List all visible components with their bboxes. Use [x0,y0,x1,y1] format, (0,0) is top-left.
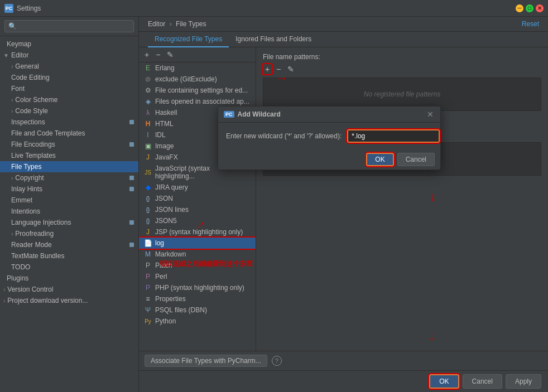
color-scheme-label: Color Scheme [15,96,57,104]
javafx-icon: J [143,153,152,161]
sidebar-item-code-style[interactable]: › Code Style [0,105,138,117]
sidebar-item-font[interactable]: Font [0,83,138,94]
file-item-jsp[interactable]: J JSP (syntax highlighting only) [139,226,256,238]
sidebar-item-file-code-templates[interactable]: File and Code Templates [0,128,138,139]
apply-button[interactable]: Apply [506,374,541,389]
sidebar: Keymap ▼ Editor › General Code Editing F… [0,17,139,392]
file-item-perl[interactable]: P Perl [139,271,256,282]
tab-ignored[interactable]: Ignored Files and Folders [229,32,318,47]
psql-icon: Ψ [143,306,152,314]
ok-button[interactable]: OK [429,374,459,389]
file-item-properties[interactable]: ≡ Properties [139,293,256,304]
search-box [0,17,138,36]
sidebar-item-live-templates[interactable]: Live Templates [0,150,138,161]
json-icon: {} [143,195,152,202]
sidebar-item-code-editing[interactable]: Code Editing [0,72,138,83]
sidebar-item-copyright[interactable]: › Copyright [0,172,138,183]
close-button[interactable]: ✕ [536,4,544,12]
modal-header: PC Add Wildcard ✕ [218,107,440,123]
file-item-markdown[interactable]: M Markdown [139,249,256,260]
plugins-label: Plugins [7,274,28,282]
modal-ok-button[interactable]: OK [366,153,393,166]
modal-close-button[interactable]: ✕ [426,110,435,119]
js-icon: JS [143,168,152,176]
properties-label: Properties [155,295,186,303]
sidebar-item-file-encodings[interactable]: File Encodings [0,139,138,150]
file-item-settings[interactable]: ⚙ File containing settings for ed... [139,85,256,96]
inlay-hints-indicator [129,187,134,191]
emmet-label: Emmet [11,196,32,204]
sidebar-item-inspections[interactable]: Inspections [0,117,138,128]
title-bar: PC Settings ─ □ ✕ [0,0,548,17]
file-item-json[interactable]: {} JSON [139,193,256,204]
file-item-python[interactable]: Py Python [139,316,256,327]
file-item-json-lines[interactable]: {} JSON lines [139,204,256,215]
sidebar-item-language-injections[interactable]: Language Injections [0,217,138,228]
sidebar-item-color-scheme[interactable]: › Color Scheme [0,94,138,105]
file-item-psql[interactable]: Ψ PSQL files (DBN) [139,304,256,316]
edit-file-type-button[interactable]: ✎ [165,50,176,60]
javafx-label: JavaFX [155,153,178,161]
copyright-indicator [129,176,134,180]
file-item-assoc[interactable]: ◈ Files opened in associated ap... [139,96,256,107]
modal-footer: OK Cancel [218,149,440,170]
remove-pattern-button[interactable]: − [274,64,283,74]
sidebar-item-plugins[interactable]: Plugins [0,273,138,284]
todo-label: TODO [11,263,30,271]
file-item-log[interactable]: 📄 log [139,238,256,249]
inlay-hints-label: Inlay Hints [11,185,42,193]
associate-button[interactable]: Associate File Types with PyCharm... [145,355,267,367]
markdown-icon: M [143,250,152,258]
file-item-php[interactable]: P PHP (syntax highlighting only) [139,282,256,293]
file-list-toolbar: + − ✎ [139,47,256,62]
file-item-erlang[interactable]: E Erlang [139,62,256,74]
sidebar-item-keymap[interactable]: Keymap [0,38,138,50]
modal-cancel-button[interactable]: Cancel [397,153,435,166]
add-file-type-button[interactable]: + [142,50,151,60]
main-layout: Keymap ▼ Editor › General Code Editing F… [0,17,548,392]
inspections-label: Inspections [11,118,45,126]
json5-icon: {} [143,217,152,225]
sidebar-item-general[interactable]: › General [0,61,138,72]
sidebar-item-project-download[interactable]: › Project download version... [0,295,138,306]
modal-title-text: Add Wildcard [238,110,281,118]
sidebar-item-proofreading[interactable]: › Proofreading [0,228,138,239]
version-control-label: Version Control [7,285,53,293]
sidebar-item-version-control[interactable]: › Version Control [0,284,138,295]
copyright-label: Copyright [15,174,44,182]
sidebar-item-emmet[interactable]: Emmet [0,195,138,206]
file-item-jira[interactable]: ◆ JIRA query [139,182,256,193]
maximize-button[interactable]: □ [526,4,533,12]
sidebar-item-reader-mode[interactable]: Reader Mode [0,239,138,250]
textmate-bundles-label: TextMate Bundles [11,252,64,260]
minimize-button[interactable]: ─ [516,4,523,12]
sidebar-item-intentions[interactable]: Intentions [0,206,138,217]
file-item-gitexclude[interactable]: ⊘ exclude (GitExclude) [139,74,256,85]
general-arrow: › [11,64,13,70]
html-icon: H [143,120,152,128]
sidebar-item-todo[interactable]: TODO [0,262,138,273]
haskell-label: Haskell [155,109,177,117]
wildcard-input[interactable] [347,129,440,143]
cancel-button[interactable]: Cancel [463,374,502,389]
modal-app-icon: PC [224,111,234,118]
edit-pattern-button[interactable]: ✎ [285,64,296,74]
sidebar-item-editor[interactable]: ▼ Editor [0,50,138,61]
add-pattern-button[interactable]: + [263,64,272,74]
patch-label: Patch [155,262,172,269]
window-title: Settings [17,4,516,12]
reset-button[interactable]: Reset [522,20,539,28]
sidebar-item-textmate-bundles[interactable]: TextMate Bundles [0,250,138,262]
file-item-patch[interactable]: P Patch [139,260,256,271]
content-header: Editor › File Types Reset [139,17,548,32]
sidebar-item-inlay-hints[interactable]: Inlay Hints [0,183,138,195]
remove-file-type-button[interactable]: − [153,50,162,60]
version-control-arrow: › [3,287,5,293]
image-label: Image [155,142,174,150]
search-input[interactable] [4,20,134,32]
idl-icon: I [143,131,152,139]
file-item-json5[interactable]: {} JSON5 [139,215,256,226]
tab-recognized[interactable]: Recognized File Types [148,32,229,47]
sidebar-item-file-types[interactable]: File Types [0,161,138,172]
help-icon[interactable]: ? [272,356,282,366]
